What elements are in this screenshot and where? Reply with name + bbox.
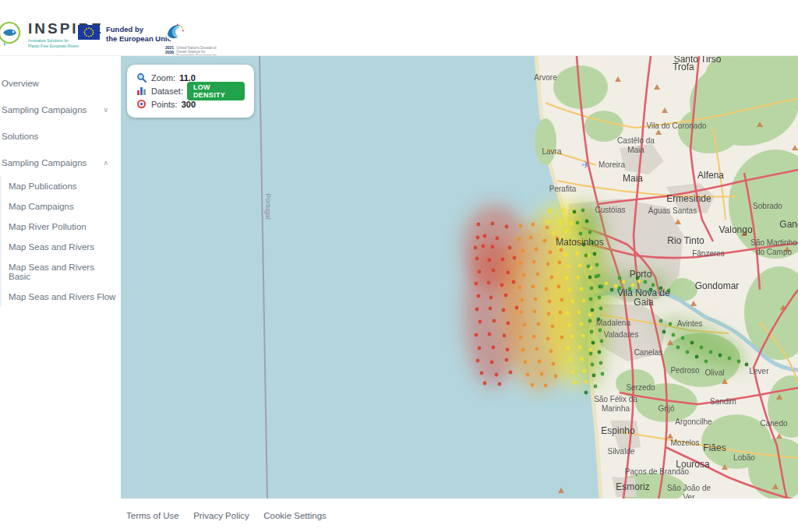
heat-point-yellow <box>567 265 570 269</box>
privacy-policy-link[interactable]: Privacy Policy <box>193 511 249 520</box>
heat-point-red <box>477 223 481 227</box>
heat-point-orange <box>552 362 556 366</box>
heat-point-orange <box>521 298 524 302</box>
heat-point-yellow <box>577 276 581 280</box>
eu-funding-badge: Funded by the European Union <box>78 25 176 44</box>
heat-point-green <box>594 385 598 389</box>
heat-point-orange <box>550 276 554 280</box>
heat-point-red <box>498 382 502 386</box>
place-label: Fânzeres <box>692 249 725 258</box>
heat-point-red <box>491 222 495 226</box>
place-label: Rio Tinto <box>667 235 704 246</box>
heat-point-green <box>618 277 622 280</box>
heat-point-green <box>704 360 708 364</box>
place-label: Águas Santas <box>648 206 697 215</box>
heat-point-yellow <box>569 358 573 362</box>
heat-point-red <box>475 308 479 312</box>
heat-point-green <box>598 351 602 354</box>
place-label: Ermesinde <box>666 193 711 204</box>
heat-point-orange <box>519 262 523 266</box>
sidebar-item-map-seas-and-rivers-basic[interactable]: Map Seas and Rivers Basic <box>2 257 121 287</box>
heat-point-orange <box>535 347 539 351</box>
heat-point-red <box>478 320 482 324</box>
heat-point-green <box>598 296 602 300</box>
heat-point-orange <box>535 248 538 252</box>
heat-point-yellow <box>605 282 609 286</box>
heat-point-green <box>686 351 690 354</box>
heat-point-orange <box>551 325 555 329</box>
heat-point-green <box>690 341 694 345</box>
heat-point-red <box>500 284 504 287</box>
heat-point-orange <box>531 383 535 387</box>
heat-point-yellow <box>581 334 585 338</box>
heat-point-green <box>584 254 588 258</box>
sidebar-item-map-campaigns[interactable]: Map Campaigns <box>2 196 121 217</box>
heat-point-orange <box>523 323 527 327</box>
place-label: Arvore <box>534 73 557 82</box>
heat-point-orange <box>529 236 533 240</box>
heat-point-red <box>506 348 510 352</box>
inspire-fish-icon <box>0 20 23 48</box>
map-canvas[interactable]: ✈ Santo TirsoTrofaArvoreVila do Coronado… <box>121 56 798 499</box>
heat-point-orange <box>522 273 526 277</box>
target-icon <box>136 99 147 109</box>
bar-chart-icon <box>136 86 147 96</box>
sidebar-item-map-seas-and-rivers-flow[interactable]: Map Seas and Rivers Flow <box>2 287 121 307</box>
place-label: Moreira <box>598 160 625 169</box>
heat-point-green <box>590 287 594 291</box>
place-label: Gondomar <box>695 280 740 291</box>
place-label: Paços de Brandão <box>625 467 690 476</box>
cookie-settings-link[interactable]: Cookie Settings <box>263 511 327 520</box>
heat-point-orange <box>560 298 564 302</box>
heat-point-orange <box>543 239 547 243</box>
sidebar-item-overview[interactable]: Overview <box>0 70 121 97</box>
points-value: 300 <box>182 100 196 109</box>
heat-point-yellow <box>576 252 580 255</box>
heat-point-yellow <box>570 335 574 339</box>
heat-point-green <box>737 360 741 364</box>
heat-point-green <box>662 330 666 334</box>
heat-point-orange <box>559 311 563 315</box>
place-label: Gandr <box>779 219 798 230</box>
heat-point-red <box>512 280 516 284</box>
heat-point-red <box>483 234 487 238</box>
chevron-up-icon: ∧ <box>103 159 108 167</box>
place-label: Sandim <box>710 397 736 406</box>
sidebar-item-map-river-pollution[interactable]: Map River Pollution <box>2 217 121 237</box>
heat-point-red <box>505 358 509 362</box>
heat-point-red <box>513 256 517 260</box>
place-label: Canedo <box>760 419 787 428</box>
heat-point-yellow <box>622 280 626 284</box>
sidebar-item-solutions[interactable]: Solutions <box>0 123 121 150</box>
sidebar-item-map-publications[interactable]: Map Publications <box>2 176 121 196</box>
sidebar-item-sampling-campaigns-expanded[interactable]: Sampling Campaigns ∧ <box>0 150 121 176</box>
zoom-label: Zoom: <box>151 73 175 83</box>
sidebar-item-sampling-campaigns[interactable]: Sampling Campaigns ∨ <box>0 97 121 123</box>
dataset-badge: LOW DENSITY <box>187 82 245 100</box>
place-label: Lavra <box>542 147 561 156</box>
place-label: Argoncilhe <box>675 417 712 426</box>
points-label: Points: <box>151 100 178 109</box>
heat-point-red <box>491 245 495 249</box>
heat-point-orange <box>544 384 548 388</box>
heat-point-green <box>651 284 655 287</box>
terms-of-use-link[interactable]: Terms of Use <box>126 511 179 520</box>
sidebar-item-map-seas-and-rivers[interactable]: Map Seas and Rivers <box>2 237 121 257</box>
place-label: Vila do Coronado <box>646 122 707 130</box>
heat-point-orange <box>538 360 542 364</box>
dataset-row: Dataset: LOW DENSITY <box>136 85 245 97</box>
heat-point-green <box>589 352 593 356</box>
heat-point-green <box>709 351 713 354</box>
heat-point-green <box>719 354 722 358</box>
heat-point-yellow <box>582 299 586 303</box>
place-label: Serzedo <box>626 383 655 392</box>
heat-point-red <box>482 245 486 248</box>
place-label: Trofa <box>673 62 694 72</box>
heat-point-orange <box>546 262 550 266</box>
heat-point-orange <box>557 285 561 289</box>
heat-point-green <box>592 374 596 378</box>
heat-point-yellow <box>574 381 577 385</box>
heat-point-yellow <box>567 347 570 351</box>
heat-point-red <box>476 236 480 240</box>
heat-point-yellow <box>589 348 593 352</box>
